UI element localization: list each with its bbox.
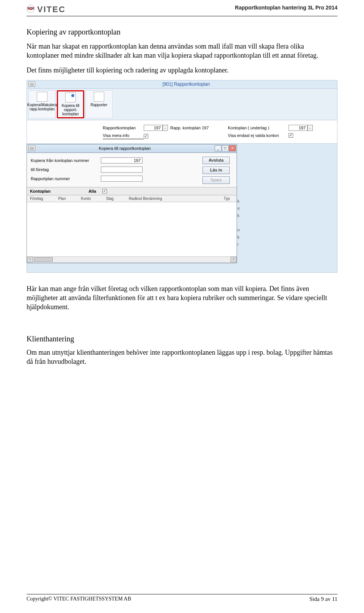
dialog-grid-body[interactable]: ‹ ›: [27, 202, 237, 263]
horizontal-scrollbar[interactable]: ‹ ›: [27, 256, 237, 262]
dialog-hamburger-icon[interactable]: [28, 146, 35, 151]
col-slag: Slag: [106, 196, 114, 201]
from-number-label: Kopiera från kontoplan nummer: [31, 158, 101, 163]
plan-number-label: Rapportplan nummer: [31, 176, 101, 181]
form-right: Kontoplan ( underlag ) 197 .. Visa endas…: [228, 125, 313, 140]
scroll-left-icon[interactable]: ‹: [27, 257, 33, 262]
alla-label: Alla: [88, 189, 96, 193]
kontoplan-underlag-label: Kontoplan ( underlag ): [228, 126, 289, 130]
scroll-right-icon[interactable]: ›: [231, 257, 237, 262]
to-company-input[interactable]: [101, 167, 143, 173]
dialog-columns: Företag Plan Konto Slag Radkod Benämning…: [27, 195, 237, 202]
alla-checkbox[interactable]: ✓: [102, 189, 107, 193]
paragraph-klient: Om man utnyttjar klienthanteringen behöv…: [27, 348, 337, 366]
page-footer: Copyright© VITEC FASTIGHETSSYSTEM AB Sid…: [27, 594, 337, 602]
from-number-input[interactable]: 197: [101, 157, 143, 163]
maximize-icon[interactable]: □: [222, 145, 229, 151]
col-foretag: Företag: [30, 196, 43, 201]
ribbon-btn1-line1: Kopiera/Makulera: [27, 103, 57, 107]
close-icon[interactable]: ×: [229, 145, 236, 151]
scroll-thumb[interactable]: [34, 257, 53, 262]
kontoplan-underlag-input[interactable]: 197: [289, 125, 308, 131]
paragraph-1: När man har skapat en rapportkontoplan k…: [27, 42, 337, 60]
visa-endast-label: Visa endast ej valda konton: [228, 133, 289, 138]
paragraph-2: Det finns möjligheter till kopiering och…: [27, 66, 337, 75]
dialog-title: Kopiera till rapportkontoplan: [35, 146, 214, 151]
dialog-titlebar: Kopiera till rapportkontoplan _ □ ×: [27, 145, 237, 153]
copyright-pre: Copyright© V: [27, 596, 57, 602]
copyright-post: ITEC FASTIGHETSSYSTEM AB: [57, 596, 131, 602]
visa-endast-checkbox[interactable]: ✓: [289, 133, 293, 138]
header-title: Rapportkontoplan hantering 3L Pro 2014: [235, 5, 337, 11]
paragraph-after-screenshot: Här kan man ange från vilket företag och…: [27, 284, 337, 312]
kontoplan-col-label: Kontoplan: [30, 189, 50, 193]
vitec-logo: VITEC: [27, 5, 66, 14]
col-typ: Typ: [224, 196, 230, 201]
document-info-icon: [65, 93, 76, 102]
page-header: VITEC Rapportkontoplan hantering 3L Pro …: [27, 5, 337, 16]
col-radkod: Radkod Benämning: [129, 196, 162, 201]
app-title: [901] Rapportkontoplan: [35, 82, 337, 87]
dialog-grid-header: Kontoplan Alla ✓: [27, 187, 237, 195]
ribbon-btn3-label: Rapporter: [91, 103, 107, 107]
rapportkontoplan-input[interactable]: 197: [144, 125, 163, 131]
app-window-screenshot: [901] Rapportkontoplan Kopiera/Makulera …: [27, 80, 337, 273]
ribbon-btn2-line1: Kopiera till: [62, 104, 80, 108]
ribbon-copy-to-button[interactable]: Kopiera till rapport- kontoplan: [57, 90, 84, 118]
hamburger-icon[interactable]: [28, 82, 35, 87]
form-area: Rapportkontoplan 197 .. Rapp. kontoplan …: [27, 120, 337, 144]
lasin-button[interactable]: Läs in: [202, 167, 230, 174]
dialog-buttons: Avsluta Läs in Spara: [202, 157, 230, 184]
lookup-button[interactable]: ..: [163, 125, 168, 131]
row-visa-endast: Visa endast ej valda konton ✓: [228, 133, 313, 138]
ribbon-btn2-line3: kontoplan: [62, 112, 78, 116]
dialog-body: Kopiera från kontoplan nummer 197 till f…: [27, 153, 237, 187]
ribbon-reports-button[interactable]: Rapporter: [85, 90, 113, 118]
footer-copyright: Copyright© VITEC FASTIGHETSSYSTEM AB: [27, 596, 131, 602]
avsluta-button[interactable]: Avsluta: [202, 157, 230, 164]
rapportkontoplan-label: Rapportkontoplan: [103, 126, 144, 130]
rapportkontoplan-desc: Rapp. kontoplan 197: [170, 126, 209, 130]
footer-page-number: Sida 9 av 11: [309, 596, 337, 602]
col-plan: Plan: [58, 196, 66, 201]
minimize-icon[interactable]: _: [215, 145, 221, 151]
document-icon: [37, 92, 47, 102]
ribbon-copy-delete-button[interactable]: Kopiera/Makulera rapp.kontoplan: [28, 90, 56, 118]
logo-mark-icon: [27, 5, 35, 14]
col-konto: Konto: [81, 196, 91, 201]
ribbon-btn1-line2: rapp.kontoplan: [30, 107, 55, 111]
ribbon-btn2-line2: rapport-: [64, 108, 77, 112]
spara-button[interactable]: Spara: [202, 176, 230, 184]
visa-mera-label: Visa mera info: [103, 133, 144, 139]
section-heading-klient: Klienthantering: [27, 335, 337, 343]
copy-dialog: Kopiera till rapportkontoplan _ □ × Kopi…: [27, 144, 237, 263]
document-page: VITEC Rapportkontoplan hantering 3L Pro …: [0, 0, 364, 613]
logo-text: VITEC: [37, 5, 66, 14]
lookup-button-2[interactable]: ..: [308, 125, 313, 131]
to-company-label: till företag: [31, 167, 101, 172]
reports-icon: [94, 92, 104, 102]
section-heading-copy: Kopiering av rapportkontoplan: [27, 28, 337, 36]
app-titlebar: [901] Rapportkontoplan: [27, 80, 337, 89]
ribbon: Kopiera/Makulera rapp.kontoplan Kopiera …: [27, 89, 337, 120]
window-buttons: _ □ ×: [214, 145, 236, 151]
obscured-text-fragments: k ır k n k r: [237, 190, 240, 248]
row-kontoplan-underlag: Kontoplan ( underlag ) 197 ..: [228, 125, 313, 131]
visa-mera-checkbox[interactable]: ✓: [144, 134, 148, 138]
plan-number-input[interactable]: [101, 176, 143, 182]
